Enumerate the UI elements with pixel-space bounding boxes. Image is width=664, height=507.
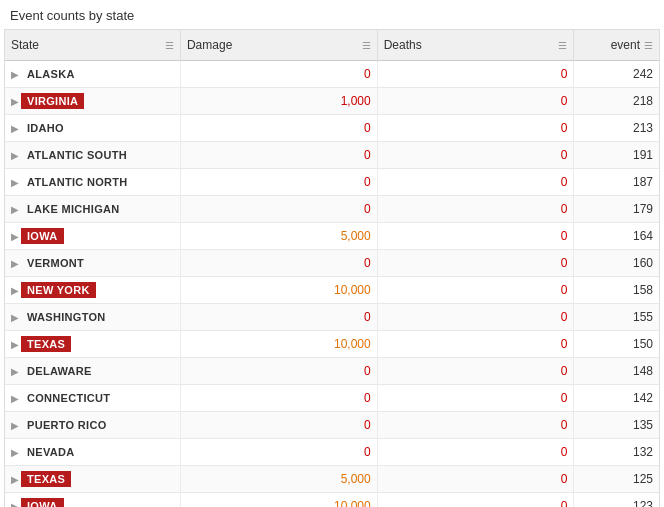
expand-icon[interactable]: ▶ bbox=[11, 258, 19, 269]
state-cell[interactable]: ▶ IOWA bbox=[5, 223, 180, 250]
damage-value: 0 bbox=[187, 67, 371, 81]
event-value: 191 bbox=[633, 148, 653, 162]
damage-cell: 10,000 bbox=[180, 331, 377, 358]
col-header-state[interactable]: State ☰ bbox=[5, 30, 180, 61]
damage-value: 10,000 bbox=[187, 337, 371, 351]
damage-cell: 0 bbox=[180, 142, 377, 169]
event-cell: 135 bbox=[574, 412, 659, 439]
expand-icon[interactable]: ▶ bbox=[11, 312, 19, 323]
expand-icon[interactable]: ▶ bbox=[11, 150, 19, 161]
event-value: 218 bbox=[633, 94, 653, 108]
deaths-value: 0 bbox=[384, 364, 568, 378]
page-title: Event counts by state bbox=[0, 0, 664, 29]
damage-value: 0 bbox=[187, 364, 371, 378]
state-cell[interactable]: ▶ VERMONT bbox=[5, 250, 180, 277]
event-cell: 191 bbox=[574, 142, 659, 169]
state-cell[interactable]: ▶ VIRGINIA bbox=[5, 88, 180, 115]
event-cell: 213 bbox=[574, 115, 659, 142]
state-cell[interactable]: ▶ NEW YORK bbox=[5, 277, 180, 304]
table-row: ▶ IOWA 10,0000123 bbox=[5, 493, 659, 508]
deaths-value: 0 bbox=[384, 229, 568, 243]
event-value: 123 bbox=[633, 499, 653, 507]
deaths-cell: 0 bbox=[377, 277, 574, 304]
table-header-row: State ☰ Damage ☰ Deaths ☰ bbox=[5, 30, 659, 61]
state-label: IDAHO bbox=[21, 120, 70, 136]
damage-cell: 0 bbox=[180, 61, 377, 88]
state-cell[interactable]: ▶ CONNECTICUT bbox=[5, 385, 180, 412]
table-row: ▶ ATLANTIC SOUTH 00191 bbox=[5, 142, 659, 169]
event-value: 164 bbox=[633, 229, 653, 243]
deaths-cell: 0 bbox=[377, 250, 574, 277]
damage-value: 0 bbox=[187, 202, 371, 216]
event-cell: 132 bbox=[574, 439, 659, 466]
event-value: 158 bbox=[633, 283, 653, 297]
expand-icon[interactable]: ▶ bbox=[11, 393, 19, 404]
damage-cell: 10,000 bbox=[180, 277, 377, 304]
event-cell: 150 bbox=[574, 331, 659, 358]
damage-value: 0 bbox=[187, 310, 371, 324]
event-cell: 218 bbox=[574, 88, 659, 115]
expand-icon[interactable]: ▶ bbox=[11, 177, 19, 188]
table-row: ▶ ATLANTIC NORTH 00187 bbox=[5, 169, 659, 196]
damage-cell: 0 bbox=[180, 385, 377, 412]
deaths-value: 0 bbox=[384, 391, 568, 405]
table-row: ▶ TEXAS 5,0000125 bbox=[5, 466, 659, 493]
expand-icon[interactable]: ▶ bbox=[11, 366, 19, 377]
state-cell[interactable]: ▶ TEXAS bbox=[5, 466, 180, 493]
damage-cell: 0 bbox=[180, 358, 377, 385]
deaths-cell: 0 bbox=[377, 412, 574, 439]
deaths-value: 0 bbox=[384, 310, 568, 324]
deaths-cell: 0 bbox=[377, 358, 574, 385]
state-cell[interactable]: ▶ ALASKA bbox=[5, 61, 180, 88]
damage-cell: 5,000 bbox=[180, 466, 377, 493]
state-cell[interactable]: ▶ ATLANTIC NORTH bbox=[5, 169, 180, 196]
event-value: 135 bbox=[633, 418, 653, 432]
expand-icon[interactable]: ▶ bbox=[11, 339, 19, 350]
damage-value: 10,000 bbox=[187, 283, 371, 297]
state-cell[interactable]: ▶ DELAWARE bbox=[5, 358, 180, 385]
state-label: NEW YORK bbox=[21, 282, 96, 298]
filter-icon-state[interactable]: ☰ bbox=[165, 40, 174, 51]
filter-icon-deaths[interactable]: ☰ bbox=[558, 40, 567, 51]
col-header-damage[interactable]: Damage ☰ bbox=[180, 30, 377, 61]
event-cell: 155 bbox=[574, 304, 659, 331]
expand-icon[interactable]: ▶ bbox=[11, 285, 19, 296]
event-cell: 242 bbox=[574, 61, 659, 88]
state-cell[interactable]: ▶ TEXAS bbox=[5, 331, 180, 358]
state-cell[interactable]: ▶ ATLANTIC SOUTH bbox=[5, 142, 180, 169]
expand-icon[interactable]: ▶ bbox=[11, 474, 19, 485]
state-cell[interactable]: ▶ PUERTO RICO bbox=[5, 412, 180, 439]
damage-cell: 0 bbox=[180, 196, 377, 223]
table-row: ▶ CONNECTICUT 00142 bbox=[5, 385, 659, 412]
deaths-value: 0 bbox=[384, 283, 568, 297]
filter-icon-damage[interactable]: ☰ bbox=[362, 40, 371, 51]
state-label: TEXAS bbox=[21, 471, 71, 487]
expand-icon[interactable]: ▶ bbox=[11, 501, 19, 508]
state-label: ATLANTIC SOUTH bbox=[21, 147, 133, 163]
expand-icon[interactable]: ▶ bbox=[11, 123, 19, 134]
expand-icon[interactable]: ▶ bbox=[11, 231, 19, 242]
table-row: ▶ PUERTO RICO 00135 bbox=[5, 412, 659, 439]
expand-icon[interactable]: ▶ bbox=[11, 96, 19, 107]
event-cell: 148 bbox=[574, 358, 659, 385]
state-cell[interactable]: ▶ LAKE MICHIGAN bbox=[5, 196, 180, 223]
expand-icon[interactable]: ▶ bbox=[11, 420, 19, 431]
col-header-event[interactable]: event ☰ bbox=[574, 30, 659, 61]
expand-icon[interactable]: ▶ bbox=[11, 447, 19, 458]
filter-icon-event[interactable]: ☰ bbox=[644, 40, 653, 51]
state-label: DELAWARE bbox=[21, 363, 98, 379]
deaths-cell: 0 bbox=[377, 115, 574, 142]
state-cell[interactable]: ▶ IOWA bbox=[5, 493, 180, 508]
expand-icon[interactable]: ▶ bbox=[11, 204, 19, 215]
col-header-deaths[interactable]: Deaths ☰ bbox=[377, 30, 574, 61]
state-cell[interactable]: ▶ NEVADA bbox=[5, 439, 180, 466]
state-label: CONNECTICUT bbox=[21, 390, 116, 406]
expand-icon[interactable]: ▶ bbox=[11, 69, 19, 80]
damage-value: 5,000 bbox=[187, 229, 371, 243]
table-row: ▶ VIRGINIA 1,0000218 bbox=[5, 88, 659, 115]
state-label: TEXAS bbox=[21, 336, 71, 352]
deaths-cell: 0 bbox=[377, 142, 574, 169]
state-cell[interactable]: ▶ WASHINGTON bbox=[5, 304, 180, 331]
state-cell[interactable]: ▶ IDAHO bbox=[5, 115, 180, 142]
deaths-value: 0 bbox=[384, 202, 568, 216]
